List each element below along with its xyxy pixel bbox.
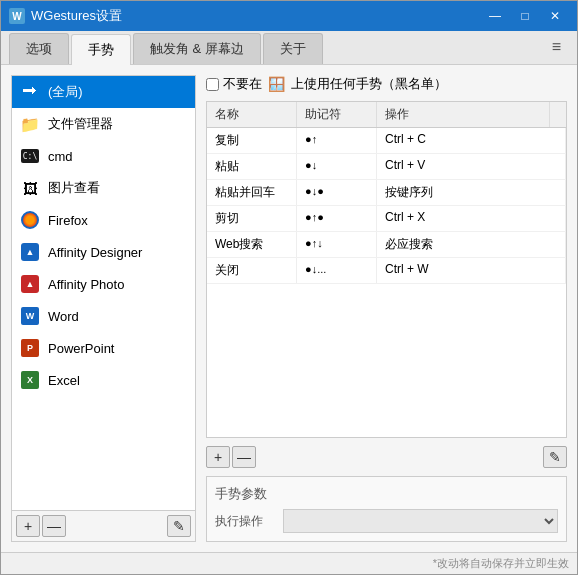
table-header: 名称 助记符 操作	[207, 102, 566, 128]
gesture-name: Web搜索	[207, 232, 297, 257]
table-row[interactable]: 关闭 ●↓... Ctrl + W	[207, 258, 566, 284]
gesture-op: 按键序列	[377, 180, 566, 205]
window-title: WGestures设置	[31, 7, 481, 25]
list-item[interactable]: P PowerPoint	[12, 332, 195, 364]
gesture-op: Ctrl + W	[377, 258, 566, 283]
gesture-mnem: ●↑↓	[297, 232, 377, 257]
tab-triggers[interactable]: 触发角 & 屏幕边	[133, 33, 261, 64]
cmd-icon: C:\	[20, 146, 40, 166]
gesture-name: 剪切	[207, 206, 297, 231]
gesture-op: Ctrl + X	[377, 206, 566, 231]
app-icon: W	[9, 8, 25, 24]
main-window: W WGestures设置 — □ ✕ 选项 手势 触发角 & 屏幕边 关于 ≡…	[0, 0, 578, 575]
list-item[interactable]: 🖼 图片查看	[12, 172, 195, 204]
app-list: ⮕ (全局) 📁 文件管理器 C:\ cmd	[12, 76, 195, 510]
status-bar: *改动将自动保存并立即生效	[1, 552, 577, 574]
cursor-icon: ⮕	[20, 82, 40, 102]
gesture-name: 粘贴	[207, 154, 297, 179]
tab-about[interactable]: 关于	[263, 33, 323, 64]
window-controls: — □ ✕	[481, 5, 569, 27]
title-bar: W WGestures设置 — □ ✕	[1, 1, 577, 31]
gesture-params: 手势参数 执行操作	[206, 476, 567, 542]
header-name: 名称	[207, 102, 297, 127]
hamburger-button[interactable]: ≡	[544, 34, 569, 60]
blacklist-row: 不要在 🪟 上使用任何手势（黑名单）	[206, 75, 567, 93]
list-item[interactable]: C:\ cmd	[12, 140, 195, 172]
gesture-mnem: ●↑●	[297, 206, 377, 231]
app-label: PowerPoint	[48, 341, 114, 356]
blacklist-icon: 🪟	[268, 76, 285, 92]
table-row[interactable]: 粘贴并回车 ●↓● 按键序列	[207, 180, 566, 206]
gesture-mnem: ●↓...	[297, 258, 377, 283]
gesture-op: 必应搜索	[377, 232, 566, 257]
excel-icon: X	[20, 370, 40, 390]
app-label: 图片查看	[48, 179, 100, 197]
folder-icon: 📁	[20, 114, 40, 134]
gesture-mnem: ●↓●	[297, 180, 377, 205]
remove-app-button[interactable]: —	[42, 515, 66, 537]
tab-bar: 选项 手势 触发角 & 屏幕边 关于 ≡	[1, 31, 577, 65]
gesture-name: 复制	[207, 128, 297, 153]
blacklist-icon-text: 上使用任何手势（黑名单）	[291, 75, 447, 93]
left-panel: ⮕ (全局) 📁 文件管理器 C:\ cmd	[11, 75, 196, 542]
list-item[interactable]: Firefox	[12, 204, 195, 236]
maximize-button[interactable]: □	[511, 5, 539, 27]
list-item[interactable]: W Word	[12, 300, 195, 332]
app-label: Firefox	[48, 213, 88, 228]
list-item[interactable]: ▲ Affinity Designer	[12, 236, 195, 268]
exec-label: 执行操作	[215, 513, 275, 530]
list-item[interactable]: ▲ Affinity Photo	[12, 268, 195, 300]
app-label: (全局)	[48, 83, 83, 101]
app-label: 文件管理器	[48, 115, 113, 133]
firefox-icon	[20, 210, 40, 230]
status-text: *改动将自动保存并立即生效	[433, 556, 569, 571]
table-row[interactable]: 剪切 ●↑● Ctrl + X	[207, 206, 566, 232]
gesture-mnem: ●↓	[297, 154, 377, 179]
gesture-op: Ctrl + C	[377, 128, 566, 153]
blacklist-checkbox-label[interactable]: 不要在	[206, 75, 262, 93]
app-label: Word	[48, 309, 79, 324]
table-row[interactable]: 复制 ●↑ Ctrl + C	[207, 128, 566, 154]
list-item[interactable]: ⮕ (全局)	[12, 76, 195, 108]
list-item[interactable]: 📁 文件管理器	[12, 108, 195, 140]
content-area: ⮕ (全局) 📁 文件管理器 C:\ cmd	[1, 65, 577, 552]
header-op: 操作	[377, 102, 550, 127]
photo-icon: 🖼	[20, 178, 40, 198]
blacklist-label-text: 不要在	[223, 75, 262, 93]
minimize-button[interactable]: —	[481, 5, 509, 27]
right-panel: 不要在 🪟 上使用任何手势（黑名单） 名称 助记符 操作 复制 ●	[206, 75, 567, 542]
table-body: 复制 ●↑ Ctrl + C 粘贴 ●↓ Ctrl + V	[207, 128, 566, 437]
gesture-op: Ctrl + V	[377, 154, 566, 179]
add-gesture-button[interactable]: +	[206, 446, 230, 468]
table-row[interactable]: Web搜索 ●↑↓ 必应搜索	[207, 232, 566, 258]
word-icon: W	[20, 306, 40, 326]
app-label: Affinity Photo	[48, 277, 124, 292]
tab-options[interactable]: 选项	[9, 33, 69, 64]
close-button[interactable]: ✕	[541, 5, 569, 27]
gesture-name: 关闭	[207, 258, 297, 283]
exec-select[interactable]	[283, 509, 558, 533]
app-label: cmd	[48, 149, 73, 164]
app-label: Affinity Designer	[48, 245, 142, 260]
list-item[interactable]: X Excel	[12, 364, 195, 396]
scrollbar-placeholder	[550, 102, 566, 127]
blacklist-checkbox[interactable]	[206, 78, 219, 91]
app-label: Excel	[48, 373, 80, 388]
affinity-photo-icon: ▲	[20, 274, 40, 294]
header-mnem: 助记符	[297, 102, 377, 127]
add-app-button[interactable]: +	[16, 515, 40, 537]
edit-app-button[interactable]: ✎	[167, 515, 191, 537]
gesture-mnem: ●↑	[297, 128, 377, 153]
edit-gesture-button[interactable]: ✎	[543, 446, 567, 468]
affinity-designer-icon: ▲	[20, 242, 40, 262]
params-exec-row: 执行操作	[215, 509, 558, 533]
tab-gestures[interactable]: 手势	[71, 34, 131, 65]
gesture-table: 名称 助记符 操作 复制 ●↑ Ctrl + C 粘贴	[206, 101, 567, 438]
remove-gesture-button[interactable]: —	[232, 446, 256, 468]
powerpoint-icon: P	[20, 338, 40, 358]
table-row[interactable]: 粘贴 ●↓ Ctrl + V	[207, 154, 566, 180]
right-toolbar: + — ✎	[206, 446, 567, 468]
gesture-name: 粘贴并回车	[207, 180, 297, 205]
left-toolbar: + — ✎	[12, 510, 195, 541]
params-title: 手势参数	[215, 485, 558, 503]
